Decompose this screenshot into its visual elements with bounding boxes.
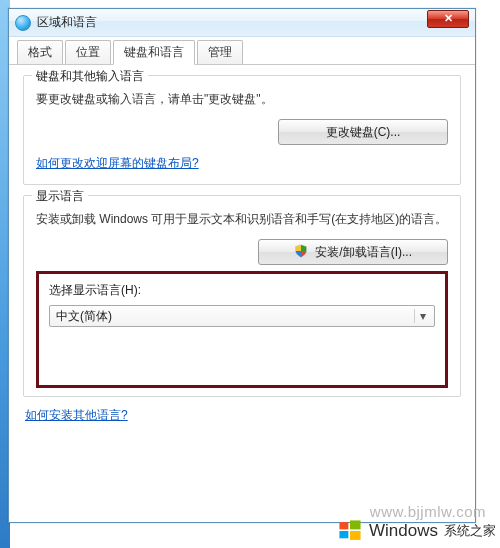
close-icon: ✕ <box>444 12 453 24</box>
tab-format[interactable]: 格式 <box>17 40 63 64</box>
choose-display-language-label: 选择显示语言(H): <box>49 282 435 299</box>
group-keyboards-title: 键盘和其他输入语言 <box>32 68 148 85</box>
titlebar: 区域和语言 ✕ <box>9 9 475 37</box>
bottom-row: 如何安装其他语言? <box>23 407 461 424</box>
group-display-title: 显示语言 <box>32 188 88 205</box>
choose-display-language-highlight: 选择显示语言(H): 中文(简体) ▾ <box>36 271 448 388</box>
group-display-language: 显示语言 安装或卸载 Windows 可用于显示文本和识别语音和手写(在支持地区… <box>23 195 461 397</box>
keyboards-desc: 要更改键盘或输入语言，请单击"更改键盘"。 <box>36 90 448 109</box>
how-install-languages-link[interactable]: 如何安装其他语言? <box>25 407 128 424</box>
welcome-screen-layout-link[interactable]: 如何更改欢迎屏幕的键盘布局? <box>36 155 199 172</box>
chevron-down-icon: ▾ <box>414 309 430 323</box>
tab-keyboards-languages[interactable]: 键盘和语言 <box>113 40 195 65</box>
group-keyboards: 键盘和其他输入语言 要更改键盘或输入语言，请单击"更改键盘"。 更改键盘(C).… <box>23 75 461 185</box>
tab-admin[interactable]: 管理 <box>197 40 243 64</box>
install-uninstall-label: 安装/卸载语言(I)... <box>315 245 412 259</box>
svg-rect-3 <box>350 531 361 540</box>
uac-shield-icon <box>294 242 308 256</box>
globe-icon <box>15 15 31 31</box>
watermark-brand-sub: 系统之家 <box>444 522 496 540</box>
svg-rect-2 <box>339 531 348 538</box>
close-button[interactable]: ✕ <box>427 10 469 28</box>
change-keyboards-button[interactable]: 更改键盘(C)... <box>278 119 448 145</box>
install-uninstall-languages-button[interactable]: 安装/卸载语言(I)... <box>258 239 448 265</box>
display-language-desc: 安装或卸载 Windows 可用于显示文本和识别语音和手写(在支持地区)的语言。 <box>36 210 448 229</box>
tab-location[interactable]: 位置 <box>65 40 111 64</box>
watermark-brand-main: Windows <box>369 521 438 541</box>
window-title: 区域和语言 <box>37 14 97 31</box>
tab-content: 键盘和其他输入语言 要更改键盘或输入语言，请单击"更改键盘"。 更改键盘(C).… <box>9 65 475 432</box>
display-language-selected: 中文(简体) <box>56 308 112 325</box>
svg-rect-0 <box>339 522 348 529</box>
display-language-select[interactable]: 中文(简体) ▾ <box>49 305 435 327</box>
tabs: 格式 位置 键盘和语言 管理 <box>9 37 475 65</box>
region-language-dialog: 区域和语言 ✕ 格式 位置 键盘和语言 管理 键盘和其他输入语言 要更改键盘或输… <box>8 8 476 523</box>
